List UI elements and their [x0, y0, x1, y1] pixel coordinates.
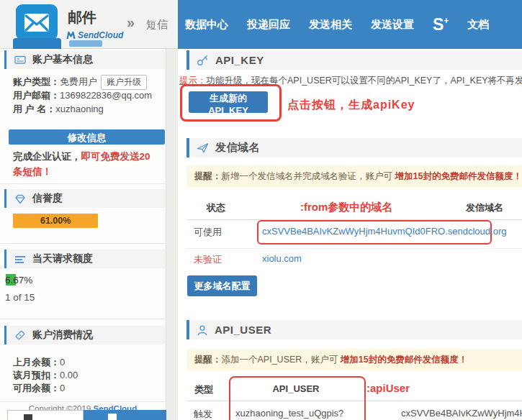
gem-icon	[14, 193, 26, 204]
nav-item-data-center[interactable]: 数据中心	[185, 18, 228, 32]
quota-usage: 1 of 15	[5, 292, 35, 303]
brand-row: SendCloud	[66, 30, 123, 40]
generate-api-key-button[interactable]: 生成新的API_KEY	[189, 91, 268, 113]
reputation-value: 61.00%	[40, 216, 71, 226]
api-user-annotation: :apiUser	[366, 382, 410, 394]
apikey-annotation: 点击按钮，生成apiKey	[287, 98, 415, 113]
mail-logo[interactable]	[16, 4, 58, 40]
modify-info-button[interactable]: 修改信息	[9, 129, 165, 145]
reputation-progress-fill: 61.00%	[13, 214, 98, 228]
envelope-icon	[24, 13, 50, 32]
sending-domain-tip: 提醒：新增一个发信域名并完成域名验证，账户可 增加15封的免费邮件发信额度！	[186, 165, 522, 188]
col-header-type: 类型	[194, 383, 213, 396]
quota-header: 当天请求额度	[4, 250, 166, 268]
paper-plane-icon	[197, 142, 209, 154]
main-content: API_KEY 提示：功能升级，现在每个API_USER可以设置不同的API_K…	[178, 49, 522, 420]
header-brand-area: 邮件 SendCloud » 短信	[0, 0, 178, 49]
domain-row-link[interactable]: cxSVVBe4BAIvKZwWyHjm4HuvmQId0FRO.sendclo…	[262, 226, 506, 237]
nav-item-docs[interactable]: 文档	[467, 18, 489, 32]
person-icon	[197, 324, 208, 336]
reputation-header: 信誉度	[4, 189, 166, 208]
table-header-line	[186, 219, 522, 220]
api-user-row-key: cxSVVBe4BAIvKZwWyHjm4H	[401, 408, 522, 419]
chevrons-right-icon: »	[127, 14, 135, 31]
api-user-section-header: API_USER	[186, 320, 522, 339]
balance-last-month-row: 上月余额：0	[13, 356, 65, 369]
quota-percent: 6.67%	[5, 275, 32, 286]
available-balance-row: 可用余额：0	[13, 382, 65, 395]
certification-notice: 完成企业认证，即可免费发送20条短信！	[13, 150, 157, 180]
consumption-header: 账户消费情况	[4, 326, 166, 344]
partial-blue-text	[69, 40, 102, 47]
account-type-row: 账户类型：免费用户账户升级	[13, 75, 147, 90]
account-email-row: 用户邮箱：1369822836@qq.com	[13, 89, 152, 102]
nav-item-delivery-response[interactable]: 投递回应	[247, 18, 290, 32]
sms-tab[interactable]: 短信	[146, 18, 168, 32]
api-key-title: API_KEY	[215, 54, 264, 66]
divider	[0, 183, 166, 184]
ticket-icon	[14, 329, 26, 341]
sendcloud-console-page: { "header": { "logo_title": "邮件", "brand…	[0, 0, 522, 420]
nav-item-send-settings[interactable]: 发送设置	[371, 18, 414, 32]
white-glyph-icon	[108, 414, 117, 420]
upgrade-account-button[interactable]: 账户升级	[101, 75, 147, 90]
domain-row-status: 未验证	[194, 253, 222, 266]
api-key-section-header: API_KEY	[186, 50, 522, 70]
divider	[0, 243, 166, 244]
brand-m-icon	[66, 31, 76, 40]
nav-item-send-related[interactable]: 发送相关	[309, 18, 352, 32]
from-param-annotation: :from参数中的域名	[300, 201, 392, 214]
api-user-row-type: 触发	[194, 408, 212, 420]
id-card-icon	[14, 55, 26, 65]
divider	[0, 401, 166, 402]
footer-left-button-partial[interactable]	[7, 410, 84, 420]
product-title: 邮件	[68, 8, 96, 27]
col-header-domain: 发信域名	[466, 201, 503, 214]
quota-progress: 6.67%	[5, 274, 151, 286]
api-user-tip: 提醒：添加一个API_USER，账户可 增加15封的免费邮件发信额度！	[186, 349, 522, 370]
col-header-api-user: API_USER	[230, 383, 362, 394]
domain-row-link[interactable]: xiolu.com	[262, 253, 302, 264]
account-name-row: 用 户 名：xuzhaoning	[13, 103, 104, 116]
col-header-status: 状态	[207, 201, 225, 214]
api-user-title: API_USER	[215, 324, 271, 336]
dark-glyph-icon	[24, 414, 32, 420]
domain-row-status: 可使用	[194, 226, 222, 239]
footer-right-button-partial[interactable]	[84, 410, 166, 420]
account-sidebar: 账户基本信息 账户类型：免费用户账户升级 用户邮箱：1369822836@qq.…	[0, 49, 166, 420]
brand-name: SendCloud	[78, 30, 123, 40]
table-header-line	[186, 401, 522, 401]
withheld-this-month-row: 该月预扣：0.00	[13, 369, 78, 382]
layout-gap	[166, 49, 178, 420]
sending-domain-title: 发信域名	[215, 141, 260, 155]
top-navbar: 数据中心 投递回应 发送相关 发送设置 S+ 文档	[178, 0, 522, 49]
list-bars-icon	[14, 254, 26, 265]
account-info-header: 账户基本信息	[4, 50, 166, 69]
more-domain-config-button[interactable]: 更多域名配置	[187, 275, 257, 296]
reputation-progress: 61.00%	[13, 214, 153, 228]
api-user-row-name: xuzhaoning_test_uQgpis?	[235, 408, 343, 419]
api-key-tip: 提示：功能升级，现在每个API_USER可以设置不同的API_KEY了，API_…	[179, 75, 522, 87]
s-plus-logo[interactable]: S+	[433, 17, 449, 33]
divider	[0, 319, 166, 319]
table-row-line	[186, 248, 522, 249]
sending-domain-section-header: 发信域名	[186, 138, 522, 158]
sidebar-top-tab-partial[interactable]	[13, 38, 61, 49]
key-icon	[197, 55, 209, 66]
